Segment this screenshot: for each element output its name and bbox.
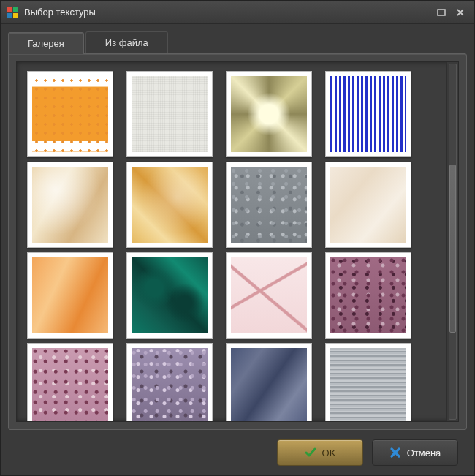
texture-swatch xyxy=(231,348,307,421)
texture-thumb-malachite[interactable] xyxy=(126,252,213,339)
texture-thumb-marble-blue[interactable] xyxy=(226,343,312,421)
gallery-panel xyxy=(8,53,467,430)
close-icon xyxy=(457,9,464,16)
texture-swatch xyxy=(231,167,307,243)
tab-gallery[interactable]: Галерея xyxy=(8,32,84,54)
texture-swatch xyxy=(330,167,406,243)
texture-swatch xyxy=(32,257,108,333)
texture-swatch xyxy=(32,76,108,152)
texture-swatch xyxy=(231,76,307,152)
texture-thumb-linen[interactable] xyxy=(126,71,213,157)
svg-rect-1 xyxy=(13,7,18,12)
cancel-button[interactable]: Отмена xyxy=(372,439,458,466)
texture-thumb-granite-rose[interactable] xyxy=(325,252,411,339)
texture-swatch xyxy=(32,167,108,243)
svg-rect-4 xyxy=(438,10,445,15)
texture-thumb-metal-star[interactable] xyxy=(226,71,312,157)
texture-thumb-marble-pale[interactable] xyxy=(325,162,411,248)
gallery-scroll[interactable] xyxy=(17,62,446,421)
svg-rect-0 xyxy=(7,7,12,12)
maximize-icon xyxy=(437,9,446,16)
texture-thumb-marble-amber[interactable] xyxy=(126,162,213,248)
texture-thumb-orange-dots[interactable] xyxy=(27,71,113,157)
cross-icon xyxy=(390,447,401,458)
texture-swatch xyxy=(330,348,406,421)
app-icon xyxy=(7,7,18,18)
cancel-label: Отмена xyxy=(407,447,441,458)
texture-swatch xyxy=(132,257,208,333)
ok-label: OK xyxy=(322,447,336,458)
close-button[interactable] xyxy=(452,6,468,19)
gallery-container xyxy=(16,61,459,422)
texture-thumb-marble-pink[interactable] xyxy=(226,252,312,339)
tab-from-file[interactable]: Из файла xyxy=(86,31,168,53)
tabstrip: Галерея Из файла xyxy=(8,31,467,53)
window-title: Выбор текстуры xyxy=(24,7,430,18)
body: Галерея Из файла OK xyxy=(1,24,474,475)
scrollbar-handle[interactable] xyxy=(449,165,456,333)
texture-thumb-blue-stripes[interactable] xyxy=(325,71,411,157)
texture-thumb-granite-pink[interactable] xyxy=(27,343,113,421)
texture-swatch xyxy=(330,257,406,333)
texture-swatch xyxy=(32,348,108,421)
texture-thumb-marble-orange[interactable] xyxy=(27,252,113,339)
texture-thumb-granite-grey[interactable] xyxy=(226,162,312,248)
texture-swatch xyxy=(231,257,307,333)
texture-swatch xyxy=(132,76,208,152)
texture-thumb-brushed-steel[interactable] xyxy=(325,343,411,421)
scrollbar[interactable] xyxy=(446,62,458,421)
ok-button[interactable]: OK xyxy=(277,439,363,466)
maximize-button[interactable] xyxy=(433,6,449,19)
svg-rect-3 xyxy=(13,13,18,18)
svg-rect-2 xyxy=(7,13,12,18)
texture-swatch xyxy=(132,348,208,421)
titlebar[interactable]: Выбор текстуры xyxy=(1,1,474,24)
texture-swatch xyxy=(330,76,406,152)
texture-thumb-marble-cream[interactable] xyxy=(27,162,113,248)
texture-thumb-granite-violet[interactable] xyxy=(126,343,213,421)
texture-swatch xyxy=(132,167,208,243)
texture-picker-window: Выбор текстуры Галерея Из файла xyxy=(0,0,475,476)
footer: OK Отмена xyxy=(8,430,467,475)
check-icon xyxy=(305,447,316,458)
texture-grid xyxy=(27,71,444,421)
